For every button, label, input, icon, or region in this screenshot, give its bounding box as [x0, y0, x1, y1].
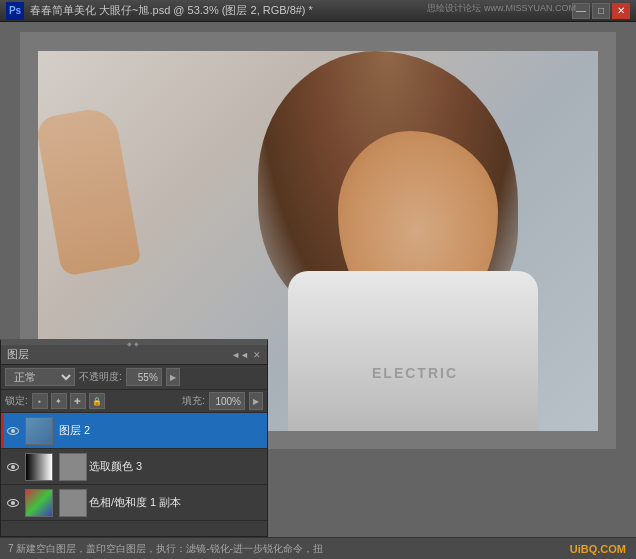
layer-thumbnail: [25, 417, 53, 445]
eye-icon: [7, 427, 19, 435]
logo-text: UiBQ.COM: [570, 543, 626, 555]
layer-visibility-toggle[interactable]: [5, 495, 21, 511]
main-area: ELECTRIC ◆◆ 图层 ◄◄ ✕ 正常 不透明度: ▶: [0, 22, 636, 559]
opacity-input[interactable]: [126, 368, 162, 386]
panel-collapse-icon[interactable]: ◄◄: [231, 350, 249, 360]
fill-label: 填充:: [182, 394, 205, 408]
bottom-status-bar: 7 新建空白图层，盖印空白图层，执行：滤镜-锐化-进一步锐化命令，扭 UiBQ.…: [0, 537, 636, 559]
layer-item[interactable]: 图层 2: [1, 413, 267, 449]
opacity-arrow[interactable]: ▶: [166, 368, 180, 386]
title-bar: Ps 春春简单美化 大眼仔~旭.psd @ 53.3% (图层 2, RGB/8…: [0, 0, 636, 22]
panel-header-icons: ◄◄ ✕: [231, 350, 261, 360]
layer-mask-thumbnail: [59, 489, 87, 517]
close-button[interactable]: ✕: [612, 3, 630, 19]
lock-pixels-button[interactable]: ▪: [32, 393, 48, 409]
blend-mode-select[interactable]: 正常: [5, 368, 75, 386]
layer-name: 色相/饱和度 1 副本: [89, 495, 263, 510]
shirt-shape: ELECTRIC: [288, 271, 538, 431]
layer-mask-thumbnail: [59, 453, 87, 481]
watermark-text: 思绘设计论坛 www.MISSYUAN.COM: [427, 2, 576, 15]
eye-icon: [7, 499, 19, 507]
status-text: 7 新建空白图层，盖印空白图层，执行：滤镜-锐化-进一步锐化命令，扭: [8, 542, 323, 556]
lock-icons: ▪ ✦ ✚ 🔒: [32, 393, 105, 409]
layer-visibility-toggle[interactable]: [5, 423, 21, 439]
layer-name: 选取颜色 3: [89, 459, 263, 474]
layer-item[interactable]: 选取颜色 3: [1, 449, 267, 485]
layers-panel-title: 图层: [7, 347, 29, 362]
eye-icon: [7, 463, 19, 471]
layer-item[interactable]: 色相/饱和度 1 副本: [1, 485, 267, 521]
layer-name: 图层 2: [59, 423, 263, 438]
lock-move-button[interactable]: ✚: [70, 393, 86, 409]
lock-label: 锁定:: [5, 394, 28, 408]
fill-arrow[interactable]: ▶: [249, 392, 263, 410]
layers-controls-row1: 正常 不透明度: ▶: [1, 365, 267, 390]
ps-icon: Ps: [6, 2, 24, 20]
lock-position-button[interactable]: ✦: [51, 393, 67, 409]
layer-thumbnail: [25, 489, 53, 517]
lock-all-button[interactable]: 🔒: [89, 393, 105, 409]
shirt-text: ELECTRIC: [372, 365, 458, 381]
panel-menu-icon[interactable]: ✕: [253, 350, 261, 360]
layers-panel-header: 图层 ◄◄ ✕: [1, 345, 267, 365]
maximize-button[interactable]: □: [592, 3, 610, 19]
layers-panel: ◆◆ 图层 ◄◄ ✕ 正常 不透明度: ▶ 锁定: ▪ ✦ ✚: [0, 339, 268, 559]
layer-list: 图层 2 选取颜色 3: [1, 413, 267, 543]
fill-input[interactable]: [209, 392, 245, 410]
lock-row: 锁定: ▪ ✦ ✚ 🔒 填充: ▶: [1, 390, 267, 413]
layer-thumbnail: [25, 453, 53, 481]
opacity-label: 不透明度:: [79, 370, 122, 384]
layer-visibility-toggle[interactable]: [5, 459, 21, 475]
title-bar-buttons: — □ ✕: [572, 3, 630, 19]
active-indicator: [1, 413, 4, 448]
